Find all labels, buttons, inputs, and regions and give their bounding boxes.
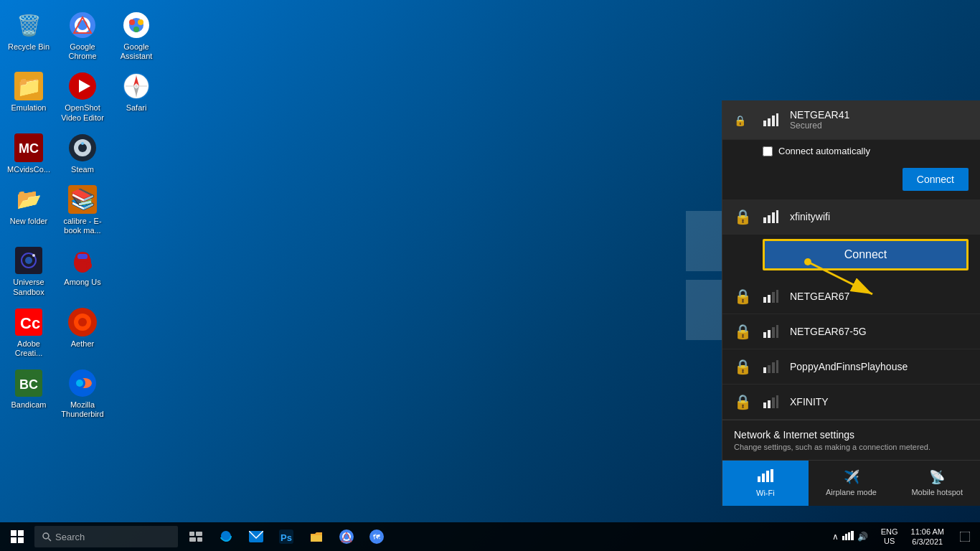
wifi-name-poppy: PoppyAndFinnsPlayhouse [790,361,969,372]
svg-point-29 [32,254,35,257]
svg-rect-84 [196,532,202,536]
edge-icon [219,529,233,544]
svg-rect-78 [18,530,24,536]
wifi-mode-button[interactable]: Wi-Fi [722,461,809,506]
wifi-lock-poppy: 🔒 [734,358,754,375]
calibre-icon: 📚 [68,185,97,214]
wifi-mode-label: Wi-Fi [756,489,775,497]
task-view-icon [189,532,202,542]
wifi-network-poppy[interactable]: 🔒 PoppyAndFinnsPlayhouse [722,349,980,385]
desktop-icon-aether[interactable]: Aether [57,304,108,362]
lang-text: ENG [881,527,898,537]
svg-rect-85 [189,537,196,542]
desktop-icon-safari[interactable]: Safari [111,68,161,126]
svg-rect-63 [768,365,771,373]
chrome-icon [68,11,97,39]
search-icon [42,532,52,542]
universe-label: Universe Sandbox [6,278,52,296]
adobe-label: Adobe Creati... [6,339,52,358]
task-view-button[interactable] [182,522,210,551]
wifi-info-xfinity: xfinitywifi [790,211,969,222]
desktop-icon-chrome[interactable]: Google Chrome [57,7,108,65]
svg-point-33 [86,262,92,269]
svg-text:Ps: Ps [281,532,292,543]
mail-taskbar-button[interactable] [242,522,270,551]
desktop-icon-steam[interactable]: Steam [57,130,108,178]
desktop-icon-bandicam[interactable]: BC Bandicam [4,365,54,423]
mobile-hotspot-button[interactable]: 📡 Mobile hotspot [894,461,980,506]
wifi-network-xfinity2[interactable]: 🔒 XFINITY [722,385,980,420]
mcvids-label: MCvidsCo... [7,165,50,174]
svg-rect-99 [851,531,854,540]
wifi-name-xfinity: xfinitywifi [790,211,969,222]
wifi-info-netgear67-5g: NETGEAR67-5G [790,326,969,337]
among-us-label: Among Us [64,278,100,287]
start-button[interactable] [0,522,34,551]
wifi-bars-xfinity2 [763,395,783,408]
desktop-icon-mcvids[interactable]: MC MCvidsCo... [4,130,54,178]
taskbar-search[interactable]: Search [34,526,178,547]
chrome-taskbar-button[interactable] [332,522,361,551]
explorer-taskbar-button[interactable] [302,522,331,551]
svg-rect-60 [772,327,775,338]
svg-rect-51 [768,215,771,223]
airplane-mode-button[interactable]: ✈️ Airplane mode [809,461,895,506]
desktop-icon-openshot[interactable]: OpenShot Video Editor [57,68,108,126]
wifi-panel: 🔒 NETGEAR41 Secured Connect automaticall… [722,100,980,506]
clock-display[interactable]: 11:06 AM 6/3/2021 [905,522,950,551]
wifi-network-netgear41[interactable]: 🔒 NETGEAR41 Secured [722,100,980,140]
svg-rect-47 [768,118,771,126]
svg-rect-62 [763,367,766,373]
new-folder-icon: 📂 [14,185,43,214]
notification-button[interactable] [953,522,976,551]
desktop-icon-universe[interactable]: Universe Sandbox [4,242,54,300]
aether-label: Aether [71,339,94,349]
svg-rect-73 [771,469,773,482]
svg-text:🗺: 🗺 [373,533,380,541]
netgear41-connect-button[interactable]: Connect [903,168,969,191]
photoshop-icon: Ps [279,529,293,544]
desktop-icon-emulation[interactable]: 📁 Emulation [4,68,54,126]
notification-icon [960,532,970,542]
desktop-icon-assistant[interactable]: Google Assistant [111,7,161,65]
wifi-network-xfinitywifi[interactable]: 🔒 xfinitywifi [722,199,980,235]
desktop-icon-adobe[interactable]: Cc Adobe Creati... [4,304,54,362]
bandicam-icon: BC [14,369,43,397]
desktop-icon-recycle-bin[interactable]: 🗑️ Recycle Bin [4,7,54,65]
photoshop-taskbar-button[interactable]: Ps [272,522,301,551]
mcvids-icon: MC [14,133,43,162]
xfinity-connect-button[interactable]: Connect [763,239,969,270]
svg-point-28 [25,257,32,264]
wifi-network-netgear67[interactable]: 🔒 NETGEAR67 [722,279,980,314]
taskbar-right-area: ∧ 🔊 ENG US 11:06 AM 6/3/2021 [826,522,980,551]
edge-taskbar-button[interactable] [212,522,240,551]
connect-auto-checkbox[interactable] [763,146,773,156]
wifi-lock-icon-xfinity: 🔒 [734,208,754,225]
maps-taskbar-button[interactable]: 🗺 [362,522,391,551]
svg-rect-59 [768,330,771,338]
svg-rect-61 [776,325,778,338]
wifi-bars-netgear41 [763,113,783,126]
desktop-icon-calibre[interactable]: 📚 calibre - E-book ma... [57,182,108,239]
network-bottom-buttons: Wi-Fi ✈️ Airplane mode 📡 Mobile hotspot [722,460,980,506]
svg-rect-67 [768,400,771,408]
desktop-icon-thunderbird[interactable]: Mozilla Thunderbird [57,365,108,423]
search-placeholder: Search [55,532,85,542]
svg-rect-71 [762,474,765,482]
recycle-bin-icon: 🗑️ [14,11,43,39]
adobe-icon: Cc [14,308,43,336]
svg-text:Cc: Cc [20,314,40,332]
network-settings-desc: Change settings, such as making a connec… [734,443,969,451]
wifi-network-netgear67-5g[interactable]: 🔒 NETGEAR67-5G [722,314,980,349]
svg-rect-80 [18,537,24,543]
svg-text:BC: BC [19,377,38,392]
svg-rect-48 [772,116,775,126]
desktop-icon-among-us[interactable]: Among Us [57,242,108,300]
svg-rect-57 [776,290,778,303]
svg-rect-83 [189,532,194,536]
system-tray[interactable]: ∧ 🔊 [826,522,874,551]
clock-time: 11:06 AM [911,527,944,537]
svg-point-81 [43,533,49,539]
safari-icon [122,72,151,100]
desktop-icon-new-folder[interactable]: 📂 New folder [4,182,54,239]
